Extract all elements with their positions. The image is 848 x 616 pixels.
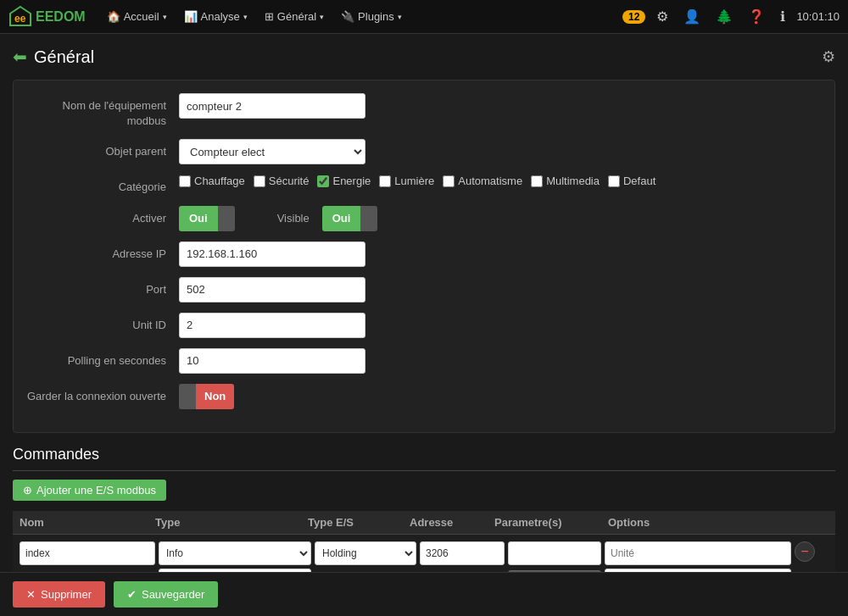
caret-icon: ▾ [398,0,402,34]
unit-id-input[interactable] [179,313,365,338]
visible-oui[interactable]: Oui [322,206,361,231]
cat-lumiere-checkbox[interactable] [379,175,391,187]
polling-input[interactable] [179,348,365,374]
toggle-group: Oui Visible Oui [179,206,377,231]
cat-lumiere-label: Lumière [394,175,434,187]
page-title-wrap: ⬅ Général [13,47,94,67]
cat-energie-checkbox[interactable] [317,175,329,187]
brand[interactable]: ee EEDOM [8,5,86,29]
trash-icon: ✕ [26,588,36,601]
row-param-input[interactable] [508,541,601,565]
cat-multimedia-checkbox[interactable] [531,175,543,187]
th-type: Type [155,516,308,529]
notification-badge[interactable]: 12 [622,10,645,24]
help-icon[interactable]: ❓ [744,8,769,25]
cat-chauffage-checkbox[interactable] [179,175,191,187]
row-adresse-input[interactable] [420,541,505,565]
tree-icon[interactable]: 🌲 [711,8,737,25]
nav-plugins[interactable]: 🔌 Plugins ▾ [332,0,410,34]
plug-icon: 🔌 [341,0,354,34]
port-group: Port [26,277,822,302]
cat-chauffage: Chauffage [179,175,245,187]
nav-analyse[interactable]: 📊 Analyse ▾ [176,0,256,34]
activer-visible-group: Activer Oui Visible Oui [26,206,822,231]
row-nom-cell [20,541,155,565]
activer-oui[interactable]: Oui [179,206,218,231]
cat-automatisme-label: Automatisme [458,175,522,187]
nav-general[interactable]: ⊞ Général ▾ [256,0,332,34]
page-gear-icon[interactable]: ⚙ [822,47,835,66]
visible-toggle[interactable]: Oui [322,206,378,231]
info-icon[interactable]: ℹ [776,8,789,25]
delete-row-button[interactable]: − [795,541,815,562]
sauvegarder-button[interactable]: ✔ Sauvegarder [114,581,218,608]
garder-non[interactable]: Non [196,384,234,409]
bottom-bar: ✕ Supprimer ✔ Sauvegarder [0,572,848,616]
cat-energie: Energie [317,175,371,187]
sauvegarder-label: Sauvegarder [142,588,204,601]
cat-defaut-checkbox[interactable] [608,175,620,187]
activer-toggle[interactable]: Oui [179,206,235,231]
adresse-ip-input[interactable] [179,241,365,267]
nav-right: 12 ⚙ 👤 🌲 ❓ ℹ 10:01:10 [622,8,840,25]
cat-defaut: Defaut [608,175,656,187]
activer-non[interactable] [218,206,235,231]
row-unite-input[interactable] [605,541,791,565]
clock: 10:01:10 [796,10,840,23]
form-section: Nom de l'équipement modbus Objet parent … [13,80,835,433]
back-icon[interactable]: ⬅ [13,47,27,67]
add-es-label: Ajouter une E/S modbus [36,484,156,497]
adresse-ip-label: Adresse IP [26,241,179,262]
nav-general-label: Général [277,0,316,34]
visible-wrap: Visible Oui [277,206,378,231]
port-label: Port [26,277,179,297]
plus-circle-icon: ⊕ [23,484,32,497]
activer-label: Activer [26,206,179,226]
row-type-es-select[interactable]: Holding Coil Input [315,541,416,565]
objet-parent-select[interactable]: Compteur elect [179,139,365,164]
nav-accueil[interactable]: 🏠 Accueil ▾ [98,0,176,34]
row-type-select[interactable]: Info Action [159,541,311,565]
garder-toggle[interactable]: Non [179,384,234,409]
row-adresse-cell [420,541,505,565]
th-options: Options [608,516,795,529]
th-nom: Nom [20,516,155,529]
nav-accueil-label: Accueil [124,0,159,34]
row-nom-input[interactable] [20,541,155,565]
page-header: ⬅ Général ⚙ [13,47,835,67]
cat-automatisme-checkbox[interactable] [443,175,455,187]
cat-securite-checkbox[interactable] [254,175,265,187]
polling-group: Polling en secondes [26,348,822,374]
garder-oui-side[interactable] [179,384,196,409]
navbar: ee EEDOM 🏠 Accueil ▾ 📊 Analyse ▾ ⊞ Génér… [0,0,848,34]
objet-parent-group: Objet parent Compteur elect [26,139,822,164]
svg-text:ee: ee [14,13,26,25]
cat-multimedia-label: Multimedia [546,175,600,187]
cat-lumiere: Lumière [379,175,434,187]
add-es-button[interactable]: ⊕ Ajouter une E/S modbus [13,480,166,501]
unit-id-group: Unit ID [26,313,822,338]
supprimer-label: Supprimer [41,588,92,601]
visible-non[interactable] [360,206,377,231]
visible-label: Visible [277,212,310,225]
supprimer-button[interactable]: ✕ Supprimer [13,581,105,608]
settings-icon[interactable]: ⚙ [652,8,672,25]
th-parametre: Parametre(s) [494,516,608,529]
cat-multimedia: Multimedia [531,175,600,187]
nav-analyse-label: Analyse [201,0,240,34]
nav-items: 🏠 Accueil ▾ 📊 Analyse ▾ ⊞ Général ▾ 🔌 Pl… [98,0,410,34]
row-type-es-cell: Holding Coil Input [315,541,416,565]
caret-icon: ▾ [163,0,167,34]
port-input[interactable] [179,277,365,302]
user-icon[interactable]: 👤 [679,8,705,25]
commandes-title: Commandes [13,446,835,471]
garder-group: Garder la connexion ouverte Non [26,384,822,409]
category-checkboxes: Chauffage Sécurité Energie Lumière Autom… [179,175,656,187]
page-container: ⬅ Général ⚙ Nom de l'équipement modbus O… [0,34,848,616]
caret-icon: ▾ [243,0,248,34]
cat-automatisme: Automatisme [443,175,522,187]
nom-input[interactable] [179,93,365,119]
categorie-group: Catégorie Chauffage Sécurité Energie Lum… [26,175,822,195]
grid-icon: ⊞ [265,0,274,34]
nav-plugins-label: Plugins [358,0,394,34]
